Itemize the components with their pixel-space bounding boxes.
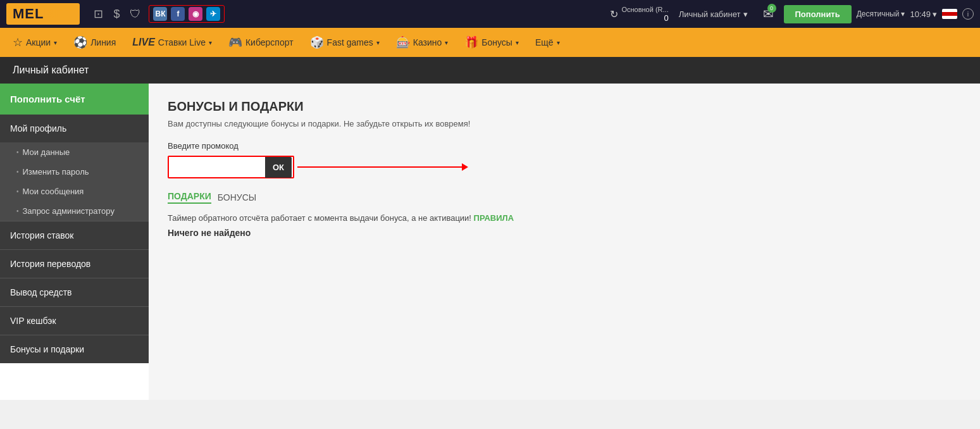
casino-icon: 🎰 (396, 35, 410, 49)
language-flag[interactable] (942, 9, 957, 19)
promo-ok-button[interactable]: ОК (265, 157, 292, 178)
account-balance: Основной (R... 0 (621, 6, 668, 23)
nav-label-more: Ещё (535, 37, 554, 47)
sidebar-sub-item-messages[interactable]: Мои сообщения (0, 182, 149, 201)
cabinet-chevron-icon: ▾ (743, 9, 748, 19)
promo-input-row: ОК (168, 156, 961, 178)
nav-item-more[interactable]: Ещё ▾ (528, 32, 568, 53)
sidebar-item-transfer-history[interactable]: История переводов (0, 249, 149, 278)
bonuses-icon: 🎁 (464, 35, 478, 49)
main-layout: Пополнить счёт Мой профиль Мои данные Из… (0, 84, 980, 400)
deposit-button[interactable]: Пополнить (784, 5, 852, 23)
social-icons-group: ВК f ◉ ✈ (149, 5, 225, 23)
esports-icon: 🎮 (228, 35, 242, 49)
sidebar-deposit-button[interactable]: Пополнить счёт (0, 84, 149, 115)
sidebar-item-withdraw[interactable]: Вывод средств (0, 278, 149, 306)
star-icon: ☆ (13, 35, 23, 49)
facebook-icon[interactable]: f (171, 7, 185, 21)
logo-mel: MEL (13, 6, 44, 22)
personal-cabinet-label: Личный кабинет (679, 9, 741, 19)
sidebar-item-bet-history[interactable]: История ставок (0, 221, 149, 249)
sync-icon[interactable]: ↻ (610, 8, 618, 20)
fastgames-chevron-icon: ▾ (376, 39, 380, 46)
logo[interactable]: MELBET (6, 3, 80, 25)
top-bar: MELBET ⊡ $ 🛡 ВК f ◉ ✈ ↻ Основной (R... 0… (0, 0, 980, 28)
live-chevron-icon: ▾ (209, 39, 212, 46)
nav-label-bonuses: Бонусы (481, 37, 512, 47)
sidebar-sub-menu: Мои данные Изменить пароль Мои сообщения… (0, 142, 149, 221)
notification-bell[interactable]: ✉ 0 (758, 4, 779, 24)
tab-bonuses[interactable]: БОНУСЫ (218, 192, 256, 202)
fastgames-icon: 🎲 (310, 35, 324, 49)
account-label: Основной (R... (621, 6, 668, 13)
arrow-head (462, 163, 468, 171)
content-title: БОНУСЫ И ПОДАРКИ (168, 99, 961, 114)
decimal-label: Десятичный (857, 9, 900, 18)
tab-gifts[interactable]: ПОДАРКИ (168, 191, 211, 204)
telegram-icon[interactable]: ✈ (206, 7, 220, 21)
time-display[interactable]: 10:49 ▾ (910, 9, 937, 19)
live-label: LIVE (132, 37, 155, 48)
info-text: Таймер обратного отсчёта работает с моме… (168, 213, 961, 223)
casino-chevron-icon: ▾ (445, 39, 448, 46)
page-header-title: Личный кабинет (13, 65, 89, 75)
content-subtitle: Вам доступны следующие бонусы и подарки.… (168, 119, 961, 128)
nav-label-fastgames: Fast games (327, 37, 373, 47)
vk-icon[interactable]: ВК (153, 7, 167, 21)
shield-icon[interactable]: 🛡 (127, 5, 144, 23)
nothing-found-text: Ничего не найдено (168, 228, 961, 238)
nav-bar: ☆ Акции ▾ ⚽ Линия LIVE Ставки Live ▾ 🎮 К… (0, 28, 980, 57)
more-chevron-icon: ▾ (557, 39, 560, 46)
user-icon[interactable]: ⊡ (91, 4, 106, 23)
info-text-content: Таймер обратного отсчёта работает с моме… (168, 213, 471, 223)
nav-item-line[interactable]: ⚽ Линия (66, 30, 123, 54)
logo-bet: BET (44, 6, 73, 22)
rules-link[interactable]: ПРАВИЛА (474, 213, 514, 223)
tabs-row: ПОДАРКИ БОНУСЫ (168, 191, 961, 204)
nav-item-esports[interactable]: 🎮 Киберспорт (221, 30, 301, 54)
info-icon[interactable]: i (962, 8, 974, 20)
instagram-icon[interactable]: ◉ (189, 7, 202, 21)
dollar-icon[interactable]: $ (111, 5, 122, 23)
time-value: 10:49 (910, 9, 931, 19)
nav-label-actions: Акции (26, 37, 51, 47)
nav-item-casino[interactable]: 🎰 Казино ▾ (388, 30, 456, 54)
time-chevron-icon: ▾ (933, 9, 937, 19)
nav-item-actions[interactable]: ☆ Акции ▾ (5, 30, 65, 54)
sidebar-sub-item-changepass[interactable]: Изменить пароль (0, 162, 149, 182)
page-header: Личный кабинет (0, 57, 980, 84)
bonuses-chevron-icon: ▾ (516, 39, 519, 46)
nav-label-live: Ставки Live (158, 37, 206, 47)
actions-chevron-icon: ▾ (54, 39, 57, 46)
balance-number: 0 (664, 13, 668, 23)
nav-label-casino: Казино (413, 37, 442, 47)
arrow-line (297, 166, 462, 168)
arrow-indicator (297, 163, 468, 171)
sidebar-item-profile[interactable]: Мой профиль (0, 115, 149, 142)
promo-label: Введите промокод (168, 141, 961, 151)
decimal-chevron-icon: ▾ (901, 9, 905, 18)
sidebar: Пополнить счёт Мой профиль Мои данные Из… (0, 84, 149, 400)
account-info: ↻ Основной (R... 0 (610, 6, 668, 23)
decimal-selector[interactable]: Десятичный ▾ (857, 9, 905, 18)
nav-label-line: Линия (90, 37, 116, 47)
sidebar-item-bonuses-gifts[interactable]: Бонусы и подарки (0, 335, 149, 363)
sidebar-item-vip-cashback[interactable]: VIP кешбэк (0, 306, 149, 335)
content-area: БОНУСЫ И ПОДАРКИ Вам доступны следующие … (149, 84, 980, 400)
sidebar-sub-item-adminrequest[interactable]: Запрос администратору (0, 201, 149, 221)
nav-item-bonuses[interactable]: 🎁 Бонусы ▾ (457, 30, 526, 54)
nav-label-esports: Киберспорт (245, 37, 294, 47)
sidebar-sub-item-mydata[interactable]: Мои данные (0, 142, 149, 162)
notif-badge: 0 (767, 4, 776, 13)
football-icon: ⚽ (73, 35, 87, 49)
nav-item-fastgames[interactable]: 🎲 Fast games ▾ (302, 30, 387, 54)
nav-item-live[interactable]: LIVE Ставки Live ▾ (125, 32, 220, 53)
personal-cabinet-btn[interactable]: Личный кабинет ▾ (674, 7, 753, 22)
